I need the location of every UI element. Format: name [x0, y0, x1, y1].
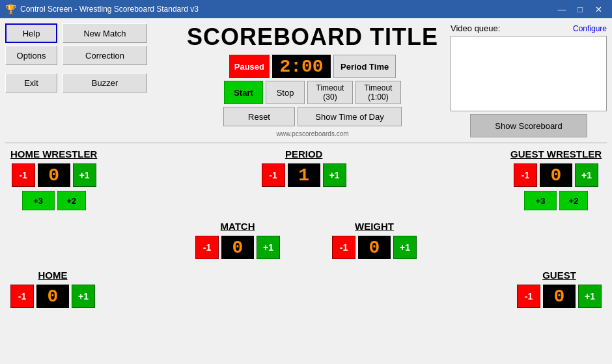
bottom-btn-row: Exit Buzzer [5, 73, 174, 92]
guest-label: GUEST [542, 270, 576, 281]
period-plus1-button[interactable]: +1 [323, 163, 346, 187]
center-panel: SCOREBOARD TITLE Paused 2:00 Period Time… [180, 23, 445, 137]
match-panel: MATCH -1 0 +1 [195, 221, 280, 259]
left-panel: Help New Match Options Correction Exit B… [5, 23, 174, 137]
match-plus1-button[interactable]: +1 [257, 236, 280, 259]
home-plus2-button[interactable]: +2 [57, 191, 86, 210]
timer-row: Paused 2:00 Period Time [229, 55, 396, 78]
home-bonus-row: +3 +2 [22, 191, 86, 210]
right-panel: Video queue: Configure Show Scoreboard [451, 23, 607, 137]
home-score-control: -1 0 +1 [12, 163, 96, 187]
guest-wrestler-panel: GUEST WRESTLER -1 0 +1 +3 +2 [510, 148, 602, 210]
middle-btn-row: Options Correction [5, 46, 174, 65]
options-button[interactable]: Options [5, 46, 57, 65]
buzzer-button[interactable]: Buzzer [63, 73, 147, 92]
show-scoreboard-button[interactable]: Show Scoreboard [470, 114, 587, 137]
home-wrestler-label: HOME WRESTLER [10, 148, 97, 160]
guest-minus1-button[interactable]: -1 [514, 163, 537, 187]
divider [5, 143, 607, 143]
top-row: Help New Match Options Correction Exit B… [5, 23, 607, 137]
home-panel: HOME -1 0 +1 [10, 270, 95, 308]
new-match-button[interactable]: New Match [63, 23, 147, 43]
window-title: Control Screen - Wrestling Scoreboard St… [20, 5, 549, 14]
app-icon: 🏆 [5, 4, 16, 14]
video-queue-label: Video queue: [451, 23, 500, 33]
weight-score-display: 0 [358, 236, 391, 259]
show-time-button[interactable]: Show Time of Day [298, 107, 402, 126]
guest-wrestler-label: GUEST WRESTLER [510, 148, 602, 160]
guest-score-display: 0 [540, 163, 572, 187]
match-minus1-button[interactable]: -1 [195, 236, 219, 259]
timeout30-button[interactable]: Timeout(30) [307, 81, 353, 104]
guest-plus2-button[interactable]: +2 [559, 191, 588, 210]
weight-minus1-button[interactable]: -1 [332, 236, 355, 259]
window-controls: — □ ✕ [553, 3, 607, 16]
guest-bonus-row: +3 +2 [524, 191, 588, 210]
guest-simple-control: -1 0 +1 [517, 285, 602, 308]
timeout100-button[interactable]: Timeout(1:00) [355, 81, 401, 104]
stop-button[interactable]: Stop [266, 81, 305, 104]
guest-plus1-button[interactable]: +1 [575, 163, 598, 187]
website-text: www.pcscoreboards.com [276, 130, 348, 137]
maximize-button[interactable]: □ [572, 3, 589, 16]
weight-panel: WEIGHT -1 0 +1 [332, 221, 417, 259]
guest-panel: GUEST -1 0 +1 [517, 270, 602, 308]
home-label: HOME [38, 270, 68, 281]
video-queue-box [451, 36, 607, 111]
paused-badge: Paused [229, 55, 270, 78]
guest-simple-score-display: 0 [543, 285, 576, 308]
home-simple-score-display: 0 [36, 285, 69, 308]
wrestlers-row: HOME WRESTLER -1 0 +1 +3 +2 PERIOD -1 1 … [10, 148, 602, 210]
bottom-controls: Reset Show Time of Day [223, 107, 402, 126]
timer-display: 2:00 [272, 55, 331, 78]
bottom-row: HOME -1 0 +1 GUEST -1 0 +1 [10, 270, 602, 308]
match-score-control: -1 0 +1 [195, 236, 280, 259]
reset-button[interactable]: Reset [223, 107, 295, 126]
period-minus1-button[interactable]: -1 [262, 163, 285, 187]
title-bar: 🏆 Control Screen - Wrestling Scoreboard … [0, 0, 612, 18]
match-label: MATCH [220, 221, 255, 232]
guest-simple-minus1-button[interactable]: -1 [517, 285, 540, 308]
weight-score-control: -1 0 +1 [332, 236, 417, 259]
home-wrestler-panel: HOME WRESTLER -1 0 +1 +3 +2 [10, 148, 97, 210]
period-time-badge: Period Time [333, 55, 396, 78]
home-plus3-button[interactable]: +3 [22, 191, 55, 210]
main-content: Help New Match Options Correction Exit B… [0, 18, 612, 364]
help-button[interactable]: Help [5, 23, 57, 43]
home-plus1-button[interactable]: +1 [73, 163, 96, 187]
weight-plus1-button[interactable]: +1 [393, 236, 417, 259]
top-btn-row: Help New Match [5, 23, 174, 43]
minimize-button[interactable]: — [553, 3, 570, 16]
home-simple-control: -1 0 +1 [10, 285, 95, 308]
controls-row: Start Stop Timeout(30) Timeout(1:00) [224, 81, 401, 104]
scoreboards-section: HOME WRESTLER -1 0 +1 +3 +2 PERIOD -1 1 … [5, 148, 607, 308]
correction-button[interactable]: Correction [63, 46, 147, 65]
guest-simple-plus1-button[interactable]: +1 [578, 285, 602, 308]
period-panel: PERIOD -1 1 +1 [262, 148, 346, 187]
guest-plus3-button[interactable]: +3 [524, 191, 557, 210]
period-score-control: -1 1 +1 [262, 163, 346, 187]
home-score-display: 0 [38, 163, 70, 187]
video-queue-header: Video queue: Configure [451, 23, 607, 33]
home-minus1-button[interactable]: -1 [12, 163, 35, 187]
home-simple-plus1-button[interactable]: +1 [72, 285, 95, 308]
start-button[interactable]: Start [224, 81, 263, 104]
guest-score-control: -1 0 +1 [514, 163, 598, 187]
configure-link[interactable]: Configure [573, 24, 607, 33]
match-score-display: 0 [221, 236, 254, 259]
middle-row: MATCH -1 0 +1 WEIGHT -1 0 +1 [10, 221, 602, 259]
period-score-display: 1 [288, 163, 320, 187]
weight-label: WEIGHT [355, 221, 394, 232]
close-button[interactable]: ✕ [590, 3, 607, 16]
period-label: PERIOD [285, 148, 323, 160]
scoreboard-title: SCOREBOARD TITLE [187, 23, 438, 51]
home-simple-minus1-button[interactable]: -1 [10, 285, 34, 308]
exit-button[interactable]: Exit [5, 73, 57, 92]
